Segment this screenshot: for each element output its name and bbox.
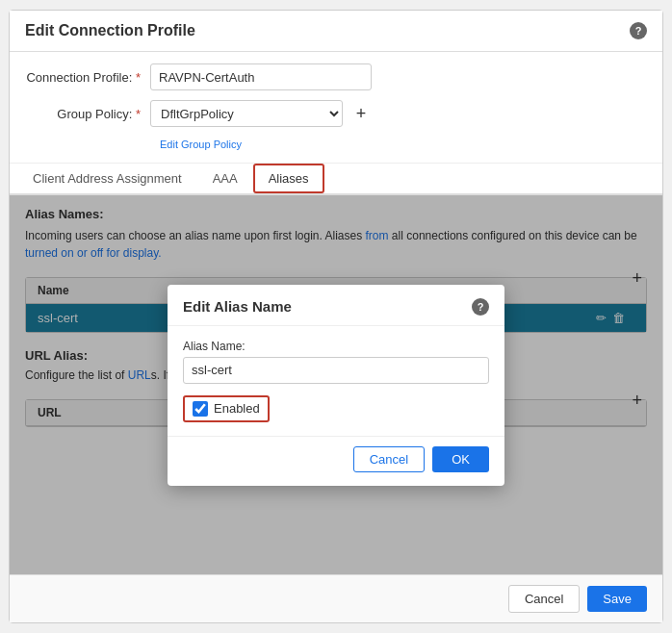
content-area: Alias Names: Incoming users can choose a… <box>10 195 662 574</box>
footer-cancel-button[interactable]: Cancel <box>508 585 580 613</box>
enabled-checkbox-row: Enabled <box>183 395 270 422</box>
alias-name-field[interactable] <box>183 357 489 384</box>
modal-footer: Cancel OK <box>168 436 504 486</box>
footer-bar: Cancel Save <box>10 574 662 622</box>
modal-help-icon[interactable]: ? <box>472 298 489 316</box>
alias-name-field-label: Alias Name: <box>183 340 489 353</box>
connection-profile-label: Connection Profile: * <box>25 70 150 85</box>
group-policy-select[interactable]: DfltGrpPolicy <box>150 100 343 127</box>
form-section: Connection Profile: * Group Policy: * Df… <box>10 52 662 164</box>
panel-header: Edit Connection Profile ? <box>10 11 662 52</box>
tab-aliases[interactable]: Aliases <box>253 164 324 193</box>
modal-overlay: Edit Alias Name ? Alias Name: Enabled Ca… <box>10 195 662 574</box>
modal-cancel-button[interactable]: Cancel <box>353 446 425 472</box>
edit-alias-name-modal: Edit Alias Name ? Alias Name: Enabled Ca… <box>168 285 504 486</box>
modal-body: Alias Name: Enabled <box>168 326 504 436</box>
tab-client-address-assignment[interactable]: Client Address Assignment <box>17 164 197 195</box>
connection-profile-row: Connection Profile: * <box>25 63 647 90</box>
edit-connection-profile-panel: Edit Connection Profile ? Connection Pro… <box>9 10 663 623</box>
group-policy-select-wrapper: DfltGrpPolicy + <box>150 100 372 127</box>
tabs-bar: Client Address Assignment AAA Aliases <box>10 164 662 195</box>
connection-profile-input[interactable] <box>150 63 372 90</box>
group-policy-row: Group Policy: * DfltGrpPolicy + <box>25 100 647 127</box>
modal-header: Edit Alias Name ? <box>168 285 504 326</box>
edit-group-policy-link[interactable]: Edit Group Policy <box>160 139 242 150</box>
add-group-policy-button[interactable]: + <box>350 103 372 124</box>
enabled-checkbox[interactable] <box>193 401 208 417</box>
edit-group-policy-link-row: Edit Group Policy <box>25 137 647 151</box>
modal-ok-button[interactable]: OK <box>432 446 489 472</box>
panel-help-icon[interactable]: ? <box>630 22 647 39</box>
panel-title: Edit Connection Profile <box>25 22 195 39</box>
footer-save-button[interactable]: Save <box>587 586 647 612</box>
group-policy-label: Group Policy: * <box>25 107 150 121</box>
tab-aaa[interactable]: AAA <box>197 164 253 195</box>
enabled-label: Enabled <box>214 401 260 416</box>
modal-title: Edit Alias Name <box>183 298 292 315</box>
